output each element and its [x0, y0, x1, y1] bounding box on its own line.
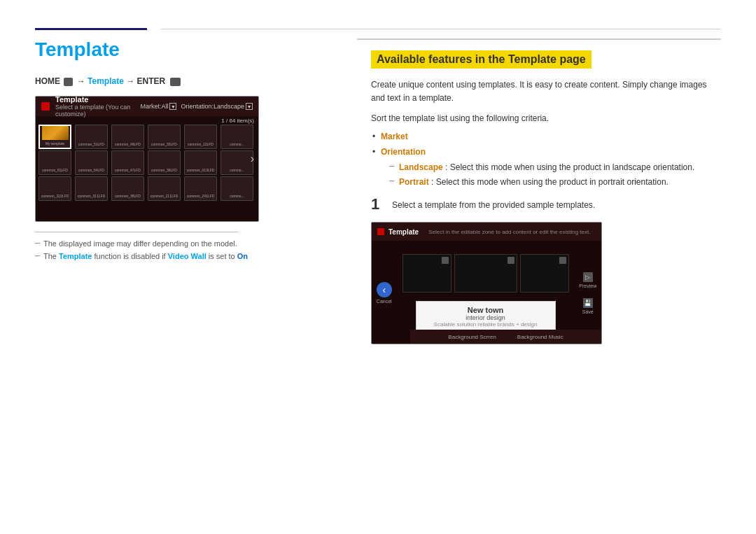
- template-thumb-9[interactable]: common_47LFD: [111, 150, 144, 175]
- preview-button[interactable]: ▷ Preview: [579, 272, 596, 288]
- panel-right-icon: [559, 257, 566, 264]
- template-thumb-7[interactable]: common_81LFD: [38, 150, 71, 175]
- orientation-dropdown-arrow[interactable]: ▼: [246, 103, 253, 110]
- text-box-subtitle: interior design: [424, 314, 548, 321]
- sub-bullet-portrait: Portrait : Select this mode when using t…: [389, 176, 721, 188]
- screen2-title: Template: [388, 228, 419, 236]
- step-1-text: Select a template from the provided samp…: [392, 197, 595, 210]
- rule-light: [161, 29, 721, 29]
- save-label: Save: [582, 309, 594, 314]
- save-icon: 💾: [583, 298, 593, 308]
- template-thumb-17[interactable]: common_241LFD: [184, 176, 217, 201]
- screen1-orientation-control[interactable]: Orientation:Landscape ▼: [181, 103, 253, 110]
- template-thumb-5[interactable]: common_12LFD: [184, 125, 217, 149]
- panel-center-icon: [507, 257, 514, 264]
- breadcrumb-template-link: Template: [88, 76, 124, 86]
- template-thumb-16[interactable]: common_211LFD: [148, 176, 181, 201]
- screen2-footer: Background Scrren Background Music: [410, 330, 601, 344]
- note-1: The displayed image may differ depending…: [35, 239, 329, 248]
- template-thumb-14[interactable]: common_311LFD: [75, 176, 108, 201]
- videowall-link: Video Wall: [168, 252, 206, 260]
- landscape-label: Landscape: [399, 162, 443, 172]
- template-thumb-15[interactable]: common_38LFD: [111, 176, 144, 201]
- feature-description: Create unique content using templates. I…: [371, 78, 721, 105]
- text-box-note: Scalable solution reliable brands + desi…: [424, 321, 548, 328]
- market-dropdown-arrow[interactable]: ▼: [169, 103, 176, 110]
- template-thumb-3[interactable]: common_46LFD: [111, 125, 144, 149]
- rule-dark: [35, 28, 147, 30]
- feature-title: Available features in the Template page: [371, 50, 592, 69]
- template-thumb-13[interactable]: common_322LFD: [38, 176, 71, 201]
- screen2-logo: [377, 228, 384, 235]
- screen2-panel-center: [454, 254, 517, 293]
- screen1-logo: [41, 102, 50, 111]
- footer-background-screen: Background Scrren: [448, 334, 496, 340]
- screen1-next-arrow[interactable]: ›: [251, 153, 254, 165]
- template-thumb-6[interactable]: commo...: [220, 125, 253, 149]
- landscape-text: : Select this mode when using the produc…: [445, 162, 694, 172]
- screen-mockup-1: Template Select a template (You can cust…: [35, 96, 259, 222]
- template-thumb-10[interactable]: common_38LFD: [148, 150, 181, 175]
- portrait-text: : Select this mode when using the produc…: [431, 177, 668, 187]
- cancel-icon: ‹: [377, 282, 392, 297]
- bullet-orientation: Orientation Landscape : Select this mode…: [371, 146, 721, 188]
- sub-bullet-landscape: Landscape : Select this mode when using …: [389, 161, 721, 174]
- breadcrumb-arrow1: →: [77, 76, 88, 86]
- breadcrumb-arrow2: →: [126, 76, 136, 86]
- page-title: Template: [35, 38, 329, 61]
- screen2-panel-left: [402, 254, 451, 293]
- on-link: On: [237, 252, 248, 260]
- enter-icon: [170, 78, 181, 86]
- portrait-label: Portrait: [399, 177, 429, 187]
- preview-icon: ▷: [583, 272, 593, 282]
- template-thumb-4[interactable]: common_32LFD: [148, 125, 181, 149]
- screen1-subtitle: Select a template (You can customize): [55, 104, 134, 118]
- template-thumb-2[interactable]: common_51LFD: [75, 125, 108, 149]
- text-overlay-box[interactable]: New town interior design Scalable soluti…: [416, 301, 556, 332]
- home-icon: [64, 78, 73, 86]
- screen1-title: Template: [55, 96, 134, 104]
- orientation-label: Orientation: [381, 147, 426, 157]
- template-link: Template: [59, 252, 92, 260]
- bullet-market: Market: [371, 130, 721, 143]
- template-thumb-11[interactable]: common_013LFD: [184, 150, 217, 175]
- cancel-label: Cancel: [377, 299, 392, 304]
- template-thumb-selected[interactable]: My template: [38, 125, 71, 149]
- screen2-panel-right: [520, 254, 569, 293]
- text-box-title: New town: [424, 306, 548, 314]
- breadcrumb-enter: ENTER: [137, 76, 166, 86]
- screen1-count: 1 / 64 item(s): [221, 118, 254, 124]
- screen1-orientation-label: Orientation:Landscape: [181, 103, 244, 110]
- market-label: Market: [381, 132, 408, 141]
- template-thumb-18[interactable]: commo...: [220, 176, 253, 201]
- breadcrumb: HOME → Template → ENTER: [35, 76, 329, 86]
- footer-background-music: Background Music: [517, 334, 564, 340]
- panel-left-icon: [442, 257, 449, 264]
- screen-mockup-2: Template Select in the editable zone to …: [371, 222, 602, 344]
- breadcrumb-home: HOME: [35, 76, 60, 86]
- screen1-market-control[interactable]: Market:All ▼: [140, 103, 176, 110]
- template-thumb-8[interactable]: common_64LFD: [75, 150, 108, 175]
- save-button[interactable]: 💾 Save: [582, 298, 594, 314]
- sort-description: Sort the template list using the followi…: [371, 113, 721, 123]
- left-divider: [35, 232, 238, 232]
- screen2-subtitle: Select in the editable zone to add conte…: [428, 229, 590, 235]
- template-thumb-12[interactable]: commo...: [220, 150, 253, 175]
- cancel-button[interactable]: ‹ Cancel: [377, 282, 392, 304]
- preview-label: Preview: [579, 283, 596, 288]
- step-number-1: 1: [371, 197, 385, 212]
- note-2: The Template function is disabled if Vid…: [35, 252, 329, 260]
- screen1-market-label: Market:All: [140, 103, 168, 110]
